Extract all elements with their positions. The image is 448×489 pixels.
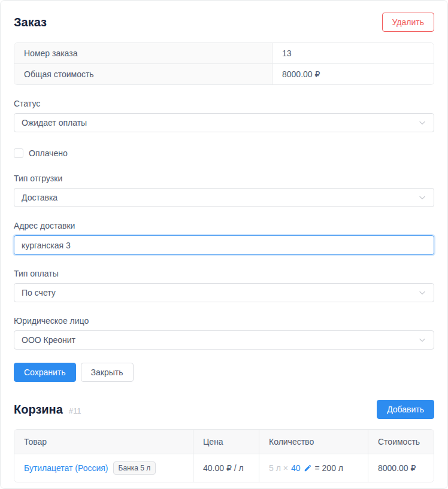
price-cell: 40.00 ₽ / л <box>193 454 259 482</box>
column-header-quantity: Количество <box>259 430 368 454</box>
payment-type-select-value: По счету <box>22 288 56 297</box>
legal-entity-select[interactable]: ООО Креонит <box>14 330 434 350</box>
form-actions: Сохранить Закрыть <box>14 363 434 382</box>
status-label: Статус <box>14 99 434 108</box>
legal-entity-label: Юридическое лицо <box>14 316 434 326</box>
quantity-total: = 200 л <box>315 463 343 473</box>
shipping-type-field: Тип отгрузки Доставка <box>14 174 434 207</box>
paid-checkbox[interactable] <box>14 148 23 158</box>
add-item-button[interactable]: Добавить <box>377 400 434 419</box>
status-select[interactable]: Ожидает оплаты <box>14 113 434 132</box>
shipping-type-select[interactable]: Доставка <box>14 188 434 207</box>
order-summary-table: Номер заказа 13 Общая стоимость 8000.00 … <box>14 42 434 85</box>
delivery-address-field: Адрес доставки <box>14 221 434 255</box>
quantity-value-link[interactable]: 40 <box>291 463 301 473</box>
paid-checkbox-label: Оплачено <box>29 148 68 158</box>
cart-title: Корзина <box>14 403 63 417</box>
cart-order-ref: #11 <box>69 406 81 415</box>
summary-value: 13 <box>273 43 434 63</box>
payment-type-select[interactable]: По счету <box>14 283 434 302</box>
quantity-prefix: 5 л × <box>269 463 288 473</box>
summary-label: Общая стоимость <box>14 64 273 84</box>
payment-type-label: Тип оплаты <box>14 269 434 278</box>
column-header-cost: Стоимость <box>368 430 434 454</box>
package-badge: Банка 5 л <box>113 461 156 475</box>
save-button[interactable]: Сохранить <box>14 363 76 382</box>
paid-checkbox-row[interactable]: Оплачено <box>14 148 68 158</box>
cart-header: Корзина #11 Добавить <box>14 400 434 419</box>
chevron-down-icon <box>418 193 426 202</box>
cart-title-wrap: Корзина #11 <box>14 403 81 417</box>
product-cell: Бутилацетат (Россия) Банка 5 л <box>14 454 193 482</box>
status-field: Статус Ожидает оплаты <box>14 99 434 132</box>
legal-entity-select-value: ООО Креонит <box>22 335 75 345</box>
summary-row-order-number: Номер заказа 13 <box>14 43 434 63</box>
status-select-value: Ожидает оплаты <box>22 118 87 127</box>
summary-row-total-cost: Общая стоимость 8000.00 ₽ <box>14 63 434 84</box>
cart-table-row: Бутилацетат (Россия) Банка 5 л 40.00 ₽ /… <box>14 454 434 482</box>
shipping-type-label: Тип отгрузки <box>14 174 434 183</box>
page-title: Заказ <box>14 16 47 29</box>
delivery-address-input[interactable] <box>14 235 434 255</box>
payment-type-field: Тип оплаты По счету <box>14 269 434 302</box>
chevron-down-icon <box>418 288 426 297</box>
close-button[interactable]: Закрыть <box>81 363 134 382</box>
column-header-price: Цена <box>193 430 259 454</box>
delete-button[interactable]: Удалить <box>382 13 434 32</box>
legal-entity-field: Юридическое лицо ООО Креонит <box>14 316 434 350</box>
cost-cell: 8000.00 ₽ <box>368 454 434 482</box>
chevron-down-icon <box>418 119 426 127</box>
shipping-type-select-value: Доставка <box>22 193 57 202</box>
product-link[interactable]: Бутилацетат (Россия) <box>24 463 108 473</box>
cart-table-header-row: Товар Цена Количество Стоимость <box>14 430 434 454</box>
chevron-down-icon <box>418 336 426 344</box>
delivery-address-label: Адрес доставки <box>14 221 434 230</box>
quantity-cell: 5 л × 40 = 200 л <box>259 454 368 482</box>
summary-value: 8000.00 ₽ <box>273 64 434 84</box>
summary-label: Номер заказа <box>14 43 273 63</box>
cart-table: Товар Цена Количество Стоимость Бутилаце… <box>14 429 434 482</box>
edit-quantity-icon[interactable] <box>304 464 312 472</box>
column-header-product: Товар <box>14 430 193 454</box>
order-header: Заказ Удалить <box>14 13 434 32</box>
order-card: Заказ Удалить Номер заказа 13 Общая стои… <box>0 0 448 489</box>
